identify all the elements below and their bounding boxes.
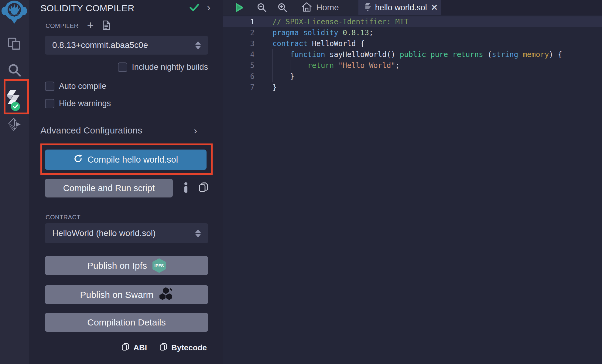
indent-guide [272,71,273,82]
search-icon[interactable] [0,63,29,77]
solidity-compiler-panel: SOLIDITY COMPILER › COMPILER + 0.8.13+co… [29,0,223,364]
annotation-box-compile-button: Compile hello world.sol [40,143,213,175]
compilation-details-button[interactable]: Compilation Details [45,313,208,332]
advanced-configurations-label: Advanced Configurations [40,125,142,136]
line-number: 3 [223,38,255,49]
tab-home[interactable]: Home [299,0,341,15]
code-line[interactable]: 4 function sayHelloWorld() public pure r… [223,49,602,60]
indent-guide [272,49,273,60]
publish-ipfs-button[interactable]: Publish on Ipfs IPFS [45,256,208,275]
code-line[interactable]: 1// SPDX-License-Identifier: MIT [223,16,602,27]
code-token: sayHelloWorld() [325,50,400,59]
code-line-text: } [272,71,294,82]
code-token: ; [395,61,400,70]
contract-section-label: CONTRACT [46,214,210,221]
compiler-section-label: COMPILER [46,22,78,29]
code-token [299,29,303,37]
editor-tabbar: Home hello world.sol ✕ [223,0,602,15]
close-tab-icon[interactable]: ✕ [431,3,438,12]
compile-and-run-button[interactable]: Compile and Run script [45,179,173,197]
code-line-text: contract HelloWorld { [272,38,364,49]
add-compiler-icon[interactable]: + [87,19,94,31]
code-token: public [400,50,426,59]
copy-script-icon[interactable] [199,182,208,194]
code-token [338,29,343,37]
line-number: 7 [223,82,255,93]
code-token [272,50,290,59]
compilation-details-label: Compilation Details [87,317,166,328]
code-line[interactable]: 7} [223,82,602,93]
compile-button[interactable]: Compile hello world.sol [45,150,207,170]
publish-swarm-label: Publish on Swarm [80,290,154,300]
bytecode-label[interactable]: Bytecode [171,343,207,352]
compiler-version-select[interactable]: 0.8.13+commit.abaa5c0e [45,36,208,55]
swarm-icon [159,287,173,303]
code-line-text: } [272,82,277,93]
compile-run-label: Compile and Run script [63,183,155,193]
solidity-compiler-icon[interactable] [0,89,29,109]
icon-rail [0,0,29,364]
advanced-configurations-toggle[interactable]: Advanced Configurations › [42,125,210,136]
publish-swarm-button[interactable]: Publish on Swarm [45,285,208,304]
include-nightly-label[interactable]: Include nightly builds [132,62,208,72]
zoom-out-icon[interactable] [257,3,267,12]
auto-compile-row: Auto compile [45,82,210,91]
code-line-text: return "Hello World"; [272,60,400,71]
auto-compile-label[interactable]: Auto compile [59,82,106,91]
home-icon [301,2,312,13]
code-line[interactable]: 2pragma solidity 0.8.13; [223,27,602,38]
hide-warnings-label[interactable]: Hide warnings [59,99,111,108]
auto-compile-checkbox[interactable] [45,82,54,91]
remix-logo-icon[interactable] [1,0,27,25]
indent-guide [272,60,273,71]
line-number: 1 [223,16,255,27]
solidity-file-icon [364,2,371,13]
code-token: } [272,72,294,81]
compile-button-label: Compile hello world.sol [87,155,178,165]
contract-select[interactable]: HelloWorld (hello world.sol) [45,223,208,243]
panel-expand-chevron-icon[interactable]: › [207,2,210,12]
code-token: return [308,61,334,70]
advanced-chevron-icon: › [194,126,197,135]
panel-header: SOLIDITY COMPILER › [42,3,210,13]
code-token: ; [369,29,373,37]
select-arrows-icon [195,229,201,238]
hide-warnings-checkbox[interactable] [45,99,54,108]
line-number: 2 [223,27,255,38]
tab-hello-world-sol[interactable]: hello world.sol ✕ [358,0,441,15]
play-icon[interactable] [235,3,244,12]
compiler-doc-icon[interactable] [102,20,110,31]
copy-bytecode-icon[interactable] [160,343,167,352]
compiled-check-icon [190,4,199,13]
select-arrows-icon [195,41,201,49]
code-token: 0.8.13 [343,29,369,37]
tab-file-label: hello world.sol [375,3,427,12]
remix-ide-window: SOLIDITY COMPILER › COMPILER + 0.8.13+co… [0,0,602,364]
code-line[interactable]: 5 return "Hello World"; [223,60,602,71]
include-nightly-row: Include nightly builds [45,62,208,72]
code-lines: 1// SPDX-License-Identifier: MIT2pragma … [223,15,602,364]
tab-home-label: Home [316,3,339,12]
code-line[interactable]: 6 } [223,71,602,82]
file-explorer-icon[interactable] [0,37,29,51]
include-nightly-checkbox[interactable] [118,62,127,72]
indent-guide [290,60,290,71]
line-number: 5 [223,60,255,71]
zoom-in-icon[interactable] [278,3,287,12]
abi-label[interactable]: ABI [133,343,147,352]
compile-success-badge-icon [11,102,20,111]
code-token [518,50,522,59]
code-token: string [492,50,518,59]
code-token [334,61,338,70]
code-line-text: // SPDX-License-Identifier: MIT [272,16,409,27]
copy-abi-icon[interactable] [122,343,129,352]
compiler-version-value: 0.8.13+commit.abaa5c0e [52,40,148,50]
code-token: function [290,50,325,59]
code-token: ) { [549,50,562,59]
code-line[interactable]: 3contract HelloWorld { [223,38,602,49]
info-icon[interactable] [184,182,188,194]
compile-run-row: Compile and Run script [45,179,210,197]
code-token: pure [430,50,448,59]
code-token: memory [523,50,549,59]
deploy-run-icon[interactable] [0,117,29,132]
